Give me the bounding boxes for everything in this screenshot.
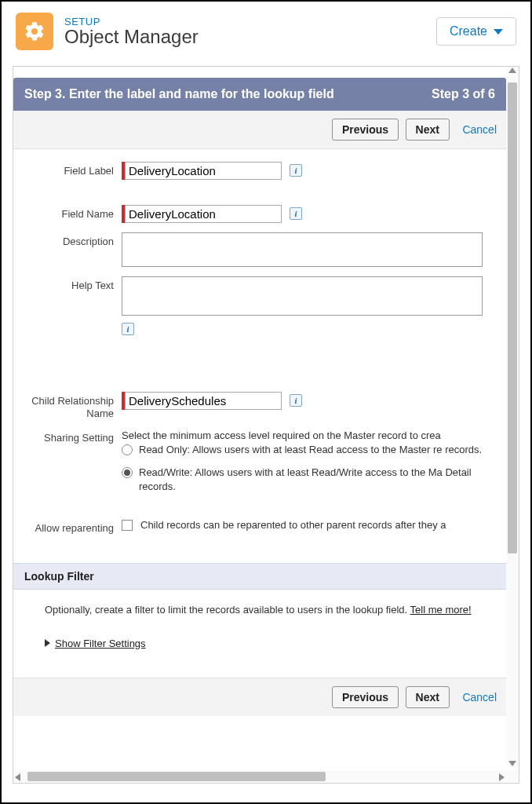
radio-read-write-label: Read/Write: Allows users with at least R… <box>139 466 495 494</box>
description-textarea[interactable] <box>122 232 483 267</box>
info-icon[interactable] <box>290 164 302 177</box>
next-button[interactable]: Next <box>406 119 450 141</box>
allow-reparenting-text: Child records can be reparented to other… <box>140 519 446 531</box>
child-relationship-input[interactable] <box>125 392 282 410</box>
sharing-setting-label: Sharing Setting <box>13 429 122 444</box>
radio-read-write[interactable] <box>122 467 133 478</box>
scrollbar-corner <box>506 770 519 783</box>
vertical-scrollbar[interactable] <box>506 67 519 767</box>
field-label-label: Field Label <box>13 162 122 177</box>
allow-reparenting-label: Allow reparenting <box>13 519 122 535</box>
sharing-intro-text: Select the minimum access level required… <box>122 429 495 443</box>
create-button[interactable]: Create <box>436 17 516 46</box>
page-title: Object Manager <box>64 26 436 48</box>
tell-me-more-link[interactable]: Tell me more! <box>410 604 472 616</box>
wizard-step-bar: Step 3. Enter the label and name for the… <box>13 78 506 111</box>
child-relationship-label: Child Relationship Name <box>13 392 122 419</box>
info-icon[interactable] <box>290 394 302 407</box>
previous-button[interactable]: Previous <box>332 119 399 141</box>
cancel-link[interactable]: Cancel <box>462 123 497 136</box>
help-text-textarea[interactable] <box>122 276 483 316</box>
top-button-row: Previous Next Cancel <box>13 111 506 149</box>
cancel-link[interactable]: Cancel <box>462 691 497 704</box>
help-text-label: Help Text <box>13 276 122 292</box>
next-button[interactable]: Next <box>406 686 450 708</box>
radio-read-only[interactable] <box>122 444 133 455</box>
info-icon[interactable] <box>290 207 302 220</box>
show-filter-settings-link[interactable]: Show Filter Settings <box>55 638 146 649</box>
setup-gear-icon <box>16 13 53 50</box>
allow-reparenting-checkbox[interactable] <box>122 520 133 531</box>
lookup-filter-desc: Optionally, create a filter to limit the… <box>45 604 410 616</box>
field-name-input[interactable] <box>125 205 282 223</box>
radio-read-only-label: Read Only: Allows users with at least Re… <box>139 443 482 457</box>
chevron-down-icon <box>494 29 503 35</box>
description-label: Description <box>13 232 122 248</box>
triangle-right-icon <box>45 639 50 647</box>
horizontal-scrollbar[interactable] <box>13 770 506 783</box>
field-name-label: Field Name <box>13 205 122 221</box>
step-counter: Step 3 of 6 <box>432 87 495 101</box>
step-title: Step 3. Enter the label and name for the… <box>24 87 334 101</box>
bottom-button-row: Previous Next Cancel <box>13 678 506 716</box>
info-icon[interactable] <box>122 323 134 335</box>
field-label-input[interactable] <box>125 162 282 180</box>
scrollbar-thumb[interactable] <box>508 82 517 554</box>
create-button-label: Create <box>450 24 487 38</box>
previous-button[interactable]: Previous <box>332 686 399 708</box>
lookup-filter-header: Lookup Filter <box>13 563 506 590</box>
scrollbar-thumb[interactable] <box>27 772 326 781</box>
